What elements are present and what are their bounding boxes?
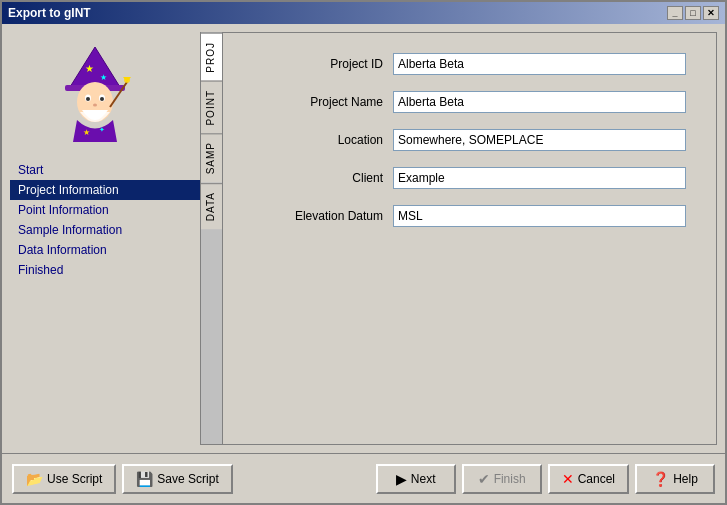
window-title: Export to gINT bbox=[8, 6, 667, 20]
svg-point-14 bbox=[124, 77, 130, 83]
project-id-label: Project ID bbox=[253, 57, 383, 71]
project-name-row: Project Name bbox=[253, 91, 686, 113]
left-panel: ★ ★ bbox=[10, 32, 200, 445]
svg-text:✦: ✦ bbox=[99, 126, 105, 133]
tab-data[interactable]: DATA bbox=[201, 183, 222, 229]
main-panel: PROJ POINT SAMP DATA Project ID bbox=[200, 32, 717, 445]
maximize-button[interactable]: □ bbox=[685, 6, 701, 20]
svg-text:★: ★ bbox=[83, 128, 90, 137]
nav-item-project-information[interactable]: Project Information bbox=[10, 180, 200, 200]
use-script-button[interactable]: 📂 Use Script bbox=[12, 464, 116, 494]
svg-text:★: ★ bbox=[100, 73, 107, 82]
svg-point-8 bbox=[100, 97, 104, 101]
nav-item-sample-information[interactable]: Sample Information bbox=[10, 220, 200, 240]
nav-item-data-information[interactable]: Data Information bbox=[10, 240, 200, 260]
project-id-row: Project ID bbox=[253, 53, 686, 75]
wizard-svg: ★ ★ bbox=[55, 42, 135, 142]
main-window: Export to gINT _ □ ✕ ★ ★ bbox=[0, 0, 727, 505]
form-panel: Project ID Project Name Location Client … bbox=[223, 33, 716, 444]
title-bar: Export to gINT _ □ ✕ bbox=[2, 2, 725, 24]
nav-item-finished[interactable]: Finished bbox=[10, 260, 200, 280]
tab-samp[interactable]: SAMP bbox=[201, 133, 222, 182]
save-script-button[interactable]: 💾 Save Script bbox=[122, 464, 232, 494]
tab-proj[interactable]: PROJ bbox=[201, 33, 222, 81]
project-id-input[interactable] bbox=[393, 53, 686, 75]
svg-marker-0 bbox=[70, 47, 120, 87]
footer-left: 📂 Use Script 💾 Save Script bbox=[12, 464, 370, 494]
help-button[interactable]: ❓ Help bbox=[635, 464, 715, 494]
tab-strip: PROJ POINT SAMP DATA bbox=[201, 33, 223, 444]
nav-item-start[interactable]: Start bbox=[10, 160, 200, 180]
svg-point-9 bbox=[93, 104, 97, 107]
title-bar-buttons: _ □ ✕ bbox=[667, 6, 719, 20]
minimize-button[interactable]: _ bbox=[667, 6, 683, 20]
client-input[interactable] bbox=[393, 167, 686, 189]
finish-button[interactable]: ✔ Finish bbox=[462, 464, 542, 494]
cancel-button[interactable]: ✕ Cancel bbox=[548, 464, 629, 494]
tab-point[interactable]: POINT bbox=[201, 81, 222, 134]
save-script-icon: 💾 bbox=[136, 471, 153, 487]
location-row: Location bbox=[253, 129, 686, 151]
next-icon: ▶ bbox=[396, 471, 407, 487]
client-label: Client bbox=[253, 171, 383, 185]
next-button[interactable]: ▶ Next bbox=[376, 464, 456, 494]
footer-right: ▶ Next ✔ Finish ✕ Cancel ❓ Help bbox=[376, 464, 715, 494]
project-name-label: Project Name bbox=[253, 95, 383, 109]
elevation-datum-label: Elevation Datum bbox=[253, 209, 383, 223]
nav-list: Start Project Information Point Informat… bbox=[10, 160, 200, 280]
wizard-image: ★ ★ bbox=[10, 32, 180, 152]
location-input[interactable] bbox=[393, 129, 686, 151]
finish-icon: ✔ bbox=[478, 471, 490, 487]
elevation-datum-row: Elevation Datum bbox=[253, 205, 686, 227]
nav-item-point-information[interactable]: Point Information bbox=[10, 200, 200, 220]
cancel-icon: ✕ bbox=[562, 471, 574, 487]
content-area: ★ ★ bbox=[2, 24, 725, 453]
footer: 📂 Use Script 💾 Save Script ▶ Next ✔ Fini… bbox=[2, 453, 725, 503]
use-script-icon: 📂 bbox=[26, 471, 43, 487]
svg-text:★: ★ bbox=[85, 63, 94, 74]
client-row: Client bbox=[253, 167, 686, 189]
help-icon: ❓ bbox=[652, 471, 669, 487]
project-name-input[interactable] bbox=[393, 91, 686, 113]
elevation-datum-input[interactable] bbox=[393, 205, 686, 227]
location-label: Location bbox=[253, 133, 383, 147]
close-button[interactable]: ✕ bbox=[703, 6, 719, 20]
svg-point-7 bbox=[86, 97, 90, 101]
